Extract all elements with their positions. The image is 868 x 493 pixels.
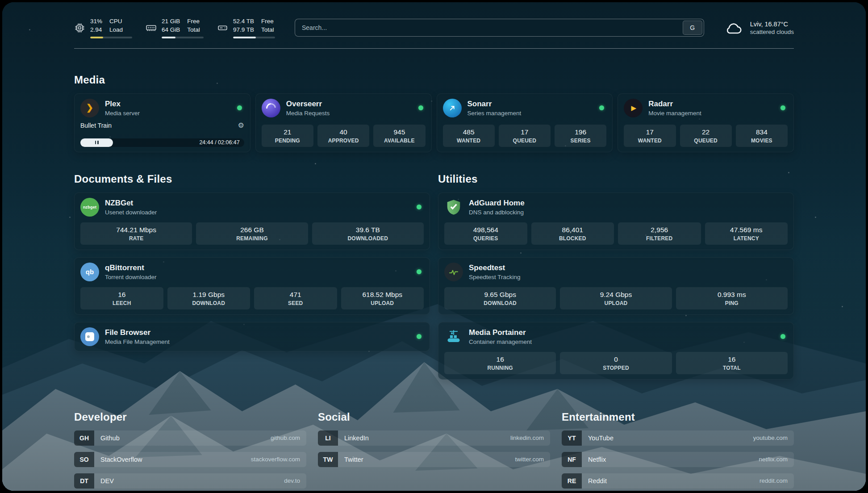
resource-monitors: 31% 2.94 CPU Load bbox=[74, 17, 275, 38]
stat-download: 1.19 Gbps DOWNLOAD bbox=[167, 287, 250, 309]
stat-seed: 471 SEED bbox=[254, 287, 337, 309]
memory-monitor: 21 GiB 64 GiB Free Total bbox=[146, 17, 204, 38]
status-online-dot bbox=[237, 105, 242, 110]
bookmark-abbr: GH bbox=[74, 430, 94, 446]
memory-icon bbox=[146, 22, 157, 33]
weather-condition: scattered clouds bbox=[750, 29, 794, 35]
stat-leech: 16 LEECH bbox=[80, 287, 163, 309]
search-input[interactable] bbox=[295, 19, 681, 36]
service-name: AdGuard Home bbox=[469, 199, 525, 208]
service-card-sonarr[interactable]: Sonarr Series management 485 WANTED 17 Q… bbox=[437, 93, 613, 152]
service-description: Media server bbox=[105, 110, 140, 117]
bookmark-github[interactable]: GH Github github.com bbox=[74, 430, 306, 446]
service-description: Media Requests bbox=[286, 110, 330, 117]
bookmark-name: LinkedIn bbox=[344, 435, 369, 442]
overseerr-icon bbox=[262, 99, 280, 117]
service-card-qbittorrent[interactable]: qb qBittorrent Torrent downloader 16 LEE… bbox=[74, 257, 430, 315]
service-name: NZBGet bbox=[105, 199, 157, 208]
section-title-developer: Developer bbox=[74, 411, 306, 423]
service-description: Movie management bbox=[648, 110, 701, 117]
stat-pending: 21 PENDING bbox=[262, 125, 313, 147]
service-card-nzbget[interactable]: nzbget NZBGet Usenet downloader 744.21 M… bbox=[74, 192, 430, 250]
stat-approved: 40 APPROVED bbox=[317, 125, 369, 147]
bookmark-url: twitter.com bbox=[515, 456, 544, 463]
bookmark-abbr: NF bbox=[562, 452, 582, 467]
section-title-documents: Documents & Files bbox=[74, 173, 430, 185]
stat-upload: 9.24 Gbps UPLOAD bbox=[560, 287, 672, 309]
player-progress-bar[interactable]: 24:44 / 02:06:47 bbox=[80, 138, 244, 147]
nzbget-icon: nzbget bbox=[80, 198, 99, 217]
stat-running: 16 RUNNING bbox=[444, 352, 556, 374]
ram-total-value: 64 GiB bbox=[162, 26, 180, 34]
disk-total-value: 97.9 TB bbox=[233, 26, 254, 34]
bookmark-name: Reddit bbox=[588, 477, 607, 485]
bookmark-stackoverflow[interactable]: SO StackOverflow stackoverflow.com bbox=[74, 452, 306, 467]
player-settings-gear-icon[interactable]: ⚙ bbox=[238, 122, 244, 129]
bookmark-dev[interactable]: DT DEV dev.to bbox=[74, 473, 306, 489]
stat-wanted: 17 WANTED bbox=[624, 125, 676, 147]
bookmark-linkedin[interactable]: LI LinkedIn linkedin.com bbox=[318, 430, 550, 446]
service-description: Container management bbox=[469, 338, 532, 345]
ram-free-label: Free bbox=[187, 17, 200, 26]
cpu-label: CPU bbox=[109, 17, 123, 26]
cpu-usage-bar bbox=[90, 37, 132, 38]
service-name: qBittorrent bbox=[105, 263, 157, 272]
stat-series: 196 SERIES bbox=[555, 125, 606, 147]
bookmark-name: YouTube bbox=[588, 435, 613, 442]
stat-stopped: 0 STOPPED bbox=[560, 352, 672, 374]
cloud-icon bbox=[724, 20, 744, 35]
weather-location-temp: Lviv, 16.87°C bbox=[750, 21, 794, 28]
ram-usage-bar bbox=[162, 37, 204, 38]
service-card-radarr[interactable]: ▶ Radarr Movie management 17 WANTED bbox=[618, 93, 794, 152]
dashboard-screen: 31% 2.94 CPU Load bbox=[2, 2, 866, 491]
pause-button[interactable] bbox=[80, 138, 113, 147]
bookmark-url: netflix.com bbox=[759, 456, 788, 463]
service-description: DNS and adblocking bbox=[469, 209, 525, 216]
disk-usage-bar bbox=[233, 37, 275, 38]
stat-queries: 498,564 QUERIES bbox=[444, 222, 527, 245]
service-description: Speedtest Tracking bbox=[469, 274, 521, 280]
speedtest-icon bbox=[444, 263, 463, 281]
bookmark-group-developer: Developer GH Github github.com SO StackO… bbox=[74, 411, 306, 491]
bookmark-abbr: SO bbox=[74, 452, 94, 467]
disk-monitor: 52.4 TB 97.9 TB Free Total bbox=[217, 17, 275, 38]
stat-latency: 47.569 ms LATENCY bbox=[705, 222, 788, 245]
cpu-load-average: 2.94 bbox=[90, 26, 102, 34]
bookmark-name: StackOverflow bbox=[100, 456, 142, 463]
service-card-adguard[interactable]: AdGuard Home DNS and adblocking 498,564 … bbox=[438, 192, 794, 250]
bookmark-abbr: RE bbox=[562, 473, 582, 489]
service-card-portainer[interactable]: Media Portainer Container management 16 … bbox=[438, 322, 794, 380]
portainer-icon bbox=[444, 327, 463, 346]
service-name: Media Portainer bbox=[469, 328, 532, 337]
search-engine-button[interactable]: G bbox=[683, 21, 702, 35]
service-card-overseerr[interactable]: Overseerr Media Requests 21 PENDING 40 A… bbox=[255, 93, 432, 152]
disk-free-label: Free bbox=[261, 17, 274, 26]
section-documents-files: Documents & Files nzbget NZBGet Usenet d… bbox=[74, 173, 430, 387]
sonarr-icon bbox=[443, 99, 462, 117]
bookmark-url: stackoverflow.com bbox=[251, 456, 300, 463]
service-name: File Browser bbox=[105, 328, 170, 337]
bookmark-abbr: TW bbox=[318, 452, 338, 467]
section-utilities: Utilities bbox=[438, 173, 794, 387]
bookmark-youtube[interactable]: YT YouTube youtube.com bbox=[562, 430, 794, 446]
service-card-plex[interactable]: ❯ Plex Media server Bullet Train ⚙ bbox=[74, 93, 250, 152]
bookmark-name: Netflix bbox=[588, 456, 606, 463]
stat-queued: 17 QUEUED bbox=[499, 125, 551, 147]
plex-icon: ❯ bbox=[80, 99, 99, 117]
status-online-dot bbox=[780, 105, 785, 110]
service-description: Usenet downloader bbox=[105, 209, 157, 216]
service-card-filebrowser[interactable]: File Browser Media File Management bbox=[74, 322, 430, 351]
bookmark-reddit[interactable]: RE Reddit reddit.com bbox=[562, 473, 794, 489]
section-title-entertainment: Entertainment bbox=[562, 411, 794, 423]
cpu-monitor: 31% 2.94 CPU Load bbox=[74, 17, 132, 38]
bookmark-group-social: Social LI LinkedIn linkedin.com TW Twitt… bbox=[318, 411, 550, 491]
ram-total-label: Total bbox=[187, 26, 200, 34]
bookmark-twitter[interactable]: TW Twitter twitter.com bbox=[318, 452, 550, 467]
topbar-divider bbox=[74, 48, 794, 49]
disk-total-label: Total bbox=[261, 26, 274, 34]
playback-time: 24:44 / 02:06:47 bbox=[199, 139, 239, 146]
service-card-speedtest[interactable]: Speedtest Speedtest Tracking 9.65 Gbps D… bbox=[438, 257, 794, 315]
now-playing-title: Bullet Train bbox=[80, 122, 112, 129]
bookmark-netflix[interactable]: NF Netflix netflix.com bbox=[562, 452, 794, 467]
service-name: Speedtest bbox=[469, 263, 521, 272]
